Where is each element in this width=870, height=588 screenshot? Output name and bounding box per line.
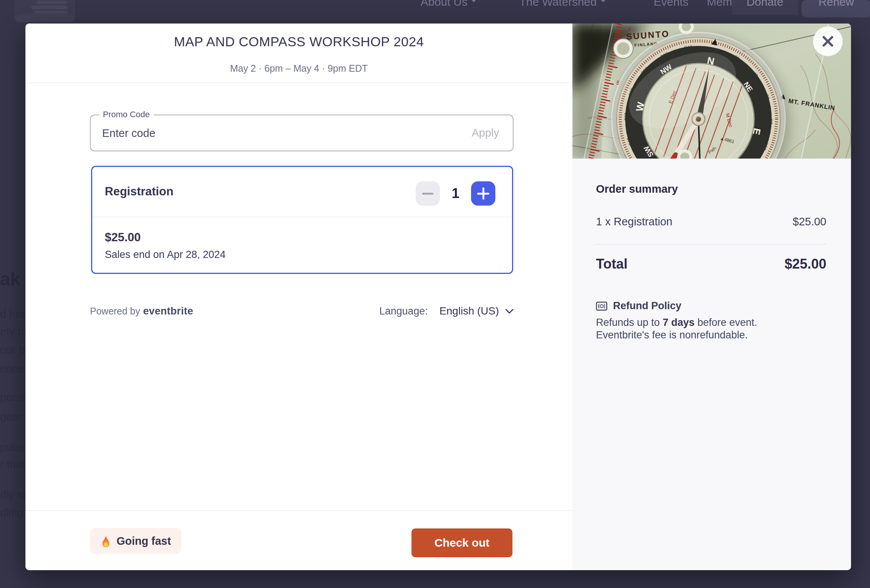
nav-button-donate[interactable]: Donate <box>732 0 798 15</box>
order-summary-panel: 4 5 SUUNTO FINLAND 5001 MT. FRANKLIN <box>572 24 851 570</box>
language-selector[interactable]: Language: English (US) <box>379 305 514 317</box>
banknote-icon <box>596 302 607 311</box>
logo-shape <box>31 6 68 9</box>
check-out-button[interactable]: Check out <box>411 528 512 557</box>
background-line-fragment: ence <box>0 363 24 375</box>
refund-policy-header: Refund Policy <box>596 300 681 312</box>
total-amount: $25.00 <box>785 256 826 272</box>
background-line-fragment: dly st <box>0 489 25 501</box>
quantity-value: 1 <box>440 186 471 201</box>
refund-policy-title: Refund Policy <box>613 300 681 312</box>
order-line-item: 1 x Registration $25.00 <box>596 215 826 228</box>
ticket-sales-end: Sales end on Apr 28, 2024 <box>105 249 225 261</box>
nav-label: Renew <box>802 0 870 11</box>
minus-icon <box>422 193 433 195</box>
background-line-fragment: pular <box>0 441 25 454</box>
chevron-down-icon <box>600 0 606 5</box>
refund-text-days: 7 days <box>663 317 695 328</box>
nav-label: Events <box>654 0 689 8</box>
background-line-fragment: our pr <box>0 344 25 356</box>
nav-label: Donate <box>732 0 798 11</box>
compass-map-illustration: 4 5 SUUNTO FINLAND 5001 MT. FRANKLIN <box>572 24 851 159</box>
nav-item-about-us[interactable]: About Us <box>421 0 476 11</box>
total-label: Total <box>596 256 627 272</box>
powered-by: Powered byeventbrite <box>90 305 193 317</box>
chevron-down-icon <box>471 0 476 5</box>
going-fast-label: Going fast <box>117 535 171 547</box>
flame-icon <box>101 534 111 548</box>
ticket-price: $25.00 <box>105 231 141 244</box>
background-line-fragment: ety ba <box>0 325 25 338</box>
header-divider <box>25 82 572 83</box>
going-fast-badge: Going fast <box>90 528 181 554</box>
powered-by-prefix: Powered by <box>90 306 140 316</box>
nav-item-events[interactable]: Events <box>654 0 689 11</box>
footer-divider <box>25 510 572 511</box>
event-title: MAP AND COMPASS WORKSHOP 2024 <box>25 34 572 49</box>
chevron-down-icon <box>505 309 514 314</box>
nav-item-the-watershed[interactable]: The Watershed <box>519 0 606 11</box>
background-text-fragments: ak o d hea ety ba our pr ence persh gear… <box>0 0 25 588</box>
background-line-fragment: gear <box>0 411 22 423</box>
line-item-amount: $25.00 <box>793 215 826 228</box>
checkout-modal: MAP AND COMPASS WORKSHOP 2024 May 2 · 6p… <box>25 24 851 570</box>
language-value[interactable]: English (US) <box>439 305 499 317</box>
language-label: Language: <box>379 305 428 317</box>
nav-label: The Watershed <box>519 0 597 8</box>
close-icon <box>821 35 834 48</box>
powered-language-row: Powered byeventbrite Language: English (… <box>90 305 514 317</box>
promo-code-field: Promo Code Apply <box>90 115 514 151</box>
background-line-fragment: dling. <box>0 506 25 519</box>
background-heading-fragment: ak o <box>0 269 25 289</box>
order-summary-title: Order summary <box>596 183 678 195</box>
close-button[interactable] <box>813 27 843 56</box>
ticket-divider <box>92 217 512 217</box>
promo-code-input[interactable] <box>101 115 399 151</box>
event-datetime: May 2 · 6pm – May 4 · 9pm EDT <box>25 63 572 74</box>
refund-text-line2: Eventbrite's fee is nonrefundable. <box>596 329 748 341</box>
logo-shape <box>36 1 67 4</box>
refund-policy-text: Refunds up to 7 days before event. Event… <box>596 316 757 341</box>
line-item-label: 1 x Registration <box>596 215 673 228</box>
ticket-selection-panel: MAP AND COMPASS WORKSHOP 2024 May 2 · 6p… <box>25 24 572 570</box>
nav-label: About Us <box>421 0 467 8</box>
eventbrite-logo[interactable]: eventbrite <box>143 305 193 317</box>
event-image-compass-on-map: 4 5 SUUNTO FINLAND 5001 MT. FRANKLIN <box>572 24 851 159</box>
refund-text-suffix: before event. <box>695 317 757 328</box>
background-line-fragment: d hea <box>0 308 25 321</box>
background-line-fragment: persh <box>0 391 25 404</box>
order-total-row: Total $25.00 <box>596 256 826 272</box>
ticket-card-registration: Registration 1 $25.00 Sales end on Apr 2… <box>91 166 513 274</box>
plus-icon <box>482 187 484 200</box>
background-line-fragment: r that <box>0 458 25 471</box>
quantity-stepper: 1 <box>416 181 495 206</box>
refund-text-prefix: Refunds up to <box>596 317 663 328</box>
nav-button-renew[interactable]: Renew <box>802 0 870 17</box>
quantity-decrease-button[interactable] <box>416 181 440 206</box>
apply-promo-button[interactable]: Apply <box>469 115 501 151</box>
ticket-name: Registration <box>105 185 173 198</box>
quantity-increase-button[interactable] <box>471 181 495 206</box>
summary-divider <box>596 244 826 245</box>
